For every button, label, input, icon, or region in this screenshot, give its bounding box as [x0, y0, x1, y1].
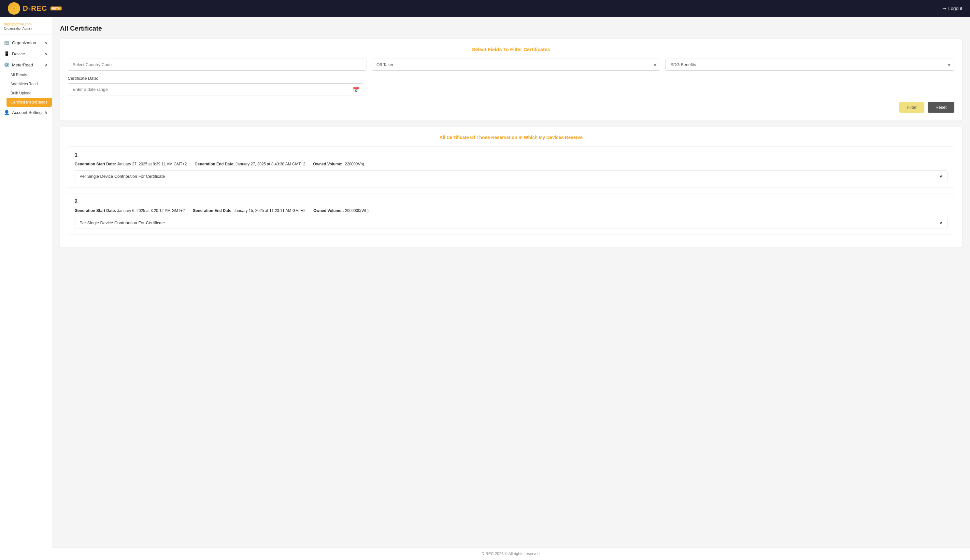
- date-input-wrapper: 📅: [68, 83, 363, 95]
- chevron-down-icon-cert-1: ∨: [939, 174, 943, 179]
- beta-badge: BETA: [50, 7, 62, 10]
- logout-label: Logout: [948, 6, 962, 11]
- cert-gen-start-2: Generation Start Date: January 6, 2025 a…: [75, 208, 185, 213]
- user-email: duse@gmail.com: [4, 22, 48, 26]
- country-code-input[interactable]: [68, 58, 366, 71]
- footer-text: D-REC 2023 © All rights reserved.: [481, 552, 541, 556]
- certs-card: All Certificate Of Those Reservation In …: [60, 127, 962, 247]
- cert-owned-volume-2: Owned Volume:: 2000000(Wh): [313, 208, 369, 213]
- cert-accordion-label-1: Per Single Device Contribution For Certi…: [80, 174, 165, 179]
- sidebar-sub-item-all-reads[interactable]: All Reads: [7, 70, 52, 80]
- page-title: All Certificate: [60, 25, 962, 32]
- cert-info-row-1: Generation Start Date: January 27, 2025 …: [75, 162, 948, 167]
- meterread-label: MeterRead: [12, 63, 33, 67]
- logo-area: D-REC BETA: [8, 2, 62, 15]
- date-range-input[interactable]: [68, 83, 363, 95]
- cert-accordion-label-2: Per Single Device Contribution For Certi…: [80, 220, 165, 225]
- sidebar-item-meterread[interactable]: ⚙️ MeterRead ∧: [0, 59, 52, 70]
- certs-title: All Certificate Of Those Reservation In …: [68, 135, 954, 140]
- chevron-down-icon: ∨: [45, 40, 48, 45]
- certified-meterreads-label: Certified MeterReads: [10, 100, 47, 105]
- cert-number-1: 1: [75, 152, 948, 158]
- sidebar: duse@gmail.com OrganizationAdmin 🏢 Organ…: [0, 17, 52, 560]
- chevron-up-icon-meterread: ∧: [45, 63, 48, 67]
- account-setting-label: Account Setting: [12, 110, 42, 115]
- sidebar-item-account-setting[interactable]: 👤 Account Setting ∨: [0, 107, 52, 118]
- certificate-item-1: 1 Generation Start Date: January 27, 202…: [68, 147, 954, 188]
- bulk-upload-label: Bulk Upload: [10, 91, 32, 95]
- organization-icon: 🏢: [4, 40, 10, 45]
- filter-card: Select Fields To Filter Certificates Off…: [60, 39, 962, 120]
- account-setting-icon: 👤: [4, 110, 10, 115]
- chevron-down-icon-cert-2: ∨: [939, 220, 943, 225]
- logout-button[interactable]: ↪ Logout: [942, 6, 962, 11]
- filter-button[interactable]: Filter: [899, 102, 924, 113]
- sidebar-sub-item-add-meterread[interactable]: Add MeterRead: [7, 80, 52, 88]
- sdg-benefits-select[interactable]: SDG Benefits: [665, 58, 954, 71]
- sidebar-item-organization[interactable]: 🏢 Organization ∨: [0, 37, 52, 48]
- logo-text: D-REC: [23, 4, 47, 13]
- svg-point-2: [13, 7, 15, 10]
- sidebar-item-device[interactable]: 📱 Device ∨: [0, 48, 52, 59]
- logout-icon: ↪: [942, 6, 946, 11]
- calendar-icon: 📅: [353, 86, 359, 92]
- chevron-down-icon-account: ∨: [45, 110, 48, 115]
- footer: D-REC 2023 © All rights reserved.: [52, 547, 970, 560]
- certificate-date-label: Certificate Date:: [68, 76, 954, 81]
- cert-number-2: 2: [75, 198, 948, 205]
- filter-row-1: Off Taker ▾ SDG Benefits ▾: [68, 58, 954, 71]
- chevron-down-icon-device: ∨: [45, 52, 48, 56]
- device-label: Device: [12, 52, 25, 56]
- cert-accordion-1[interactable]: Per Single Device Contribution For Certi…: [75, 170, 948, 182]
- cert-info-row-2: Generation Start Date: January 6, 2025 a…: [75, 208, 948, 213]
- sidebar-sub-item-certified-meterreads[interactable]: Certified MeterReads: [7, 98, 52, 107]
- off-taker-select[interactable]: Off Taker: [372, 58, 661, 71]
- top-navigation: D-REC BETA ↪ Logout: [0, 0, 970, 17]
- certificate-item-2: 2 Generation Start Date: January 6, 2025…: [68, 193, 954, 234]
- cert-accordion-2[interactable]: Per Single Device Contribution For Certi…: [75, 217, 948, 229]
- sidebar-user: duse@gmail.com OrganizationAdmin: [0, 17, 52, 35]
- off-taker-select-wrapper: Off Taker ▾: [372, 58, 661, 71]
- cert-gen-end-2: Generation End Date: January 15, 2025 at…: [193, 208, 306, 213]
- device-icon: 📱: [4, 51, 10, 56]
- logo-icon: [8, 2, 20, 15]
- filter-title: Select Fields To Filter Certificates: [68, 47, 954, 52]
- sdg-benefits-select-wrapper: SDG Benefits ▾: [665, 58, 954, 71]
- cert-gen-end-1: Generation End Date: January 27, 2025 at…: [195, 162, 306, 167]
- date-section: Certificate Date: 📅: [68, 76, 954, 95]
- reset-button[interactable]: Reset: [928, 102, 954, 113]
- cert-gen-start-1: Generation Start Date: January 27, 2025 …: [75, 162, 187, 167]
- main-content: All Certificate Select Fields To Filter …: [52, 17, 970, 547]
- organization-label: Organization: [12, 40, 36, 45]
- all-reads-label: All Reads: [10, 73, 27, 77]
- user-role: OrganizationAdmin: [4, 27, 48, 30]
- meterread-icon: ⚙️: [4, 62, 10, 67]
- cert-owned-volume-1: Owned Volume:: 22000(Wh): [313, 162, 364, 167]
- filter-actions: Filter Reset: [68, 102, 954, 113]
- add-meterread-label: Add MeterRead: [10, 82, 38, 86]
- sidebar-sub-item-bulk-upload[interactable]: Bulk Upload: [7, 88, 52, 98]
